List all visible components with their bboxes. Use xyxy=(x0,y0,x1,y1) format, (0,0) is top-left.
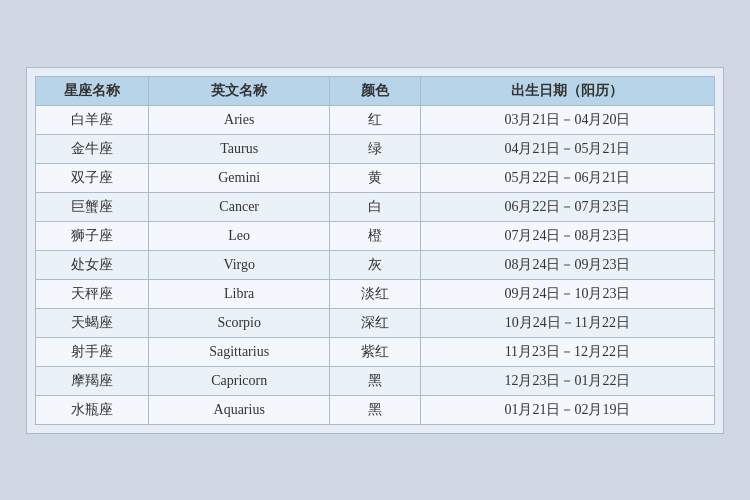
cell-color: 白 xyxy=(330,192,421,221)
cell-color: 红 xyxy=(330,105,421,134)
table-row: 天蝎座Scorpio深红10月24日－11月22日 xyxy=(36,308,715,337)
cell-color: 淡红 xyxy=(330,279,421,308)
zodiac-table-container: 星座名称 英文名称 颜色 出生日期（阳历） 白羊座Aries红03月21日－04… xyxy=(26,67,724,434)
table-row: 双子座Gemini黄05月22日－06月21日 xyxy=(36,163,715,192)
header-english: 英文名称 xyxy=(149,76,330,105)
cell-english: Gemini xyxy=(149,163,330,192)
cell-chinese: 水瓶座 xyxy=(36,395,149,424)
cell-english: Scorpio xyxy=(149,308,330,337)
cell-english: Cancer xyxy=(149,192,330,221)
cell-english: Libra xyxy=(149,279,330,308)
header-date: 出生日期（阳历） xyxy=(420,76,714,105)
table-row: 处女座Virgo灰08月24日－09月23日 xyxy=(36,250,715,279)
table-row: 摩羯座Capricorn黑12月23日－01月22日 xyxy=(36,366,715,395)
table-row: 狮子座Leo橙07月24日－08月23日 xyxy=(36,221,715,250)
cell-date: 11月23日－12月22日 xyxy=(420,337,714,366)
cell-color: 绿 xyxy=(330,134,421,163)
cell-chinese: 处女座 xyxy=(36,250,149,279)
cell-date: 04月21日－05月21日 xyxy=(420,134,714,163)
cell-color: 黄 xyxy=(330,163,421,192)
cell-color: 橙 xyxy=(330,221,421,250)
cell-chinese: 摩羯座 xyxy=(36,366,149,395)
cell-date: 07月24日－08月23日 xyxy=(420,221,714,250)
cell-date: 12月23日－01月22日 xyxy=(420,366,714,395)
cell-date: 08月24日－09月23日 xyxy=(420,250,714,279)
cell-color: 紫红 xyxy=(330,337,421,366)
cell-english: Aquarius xyxy=(149,395,330,424)
table-row: 射手座Sagittarius紫红11月23日－12月22日 xyxy=(36,337,715,366)
cell-color: 深红 xyxy=(330,308,421,337)
table-row: 巨蟹座Cancer白06月22日－07月23日 xyxy=(36,192,715,221)
cell-english: Leo xyxy=(149,221,330,250)
cell-english: Sagittarius xyxy=(149,337,330,366)
table-row: 白羊座Aries红03月21日－04月20日 xyxy=(36,105,715,134)
cell-chinese: 双子座 xyxy=(36,163,149,192)
cell-chinese: 白羊座 xyxy=(36,105,149,134)
cell-chinese: 狮子座 xyxy=(36,221,149,250)
zodiac-table: 星座名称 英文名称 颜色 出生日期（阳历） 白羊座Aries红03月21日－04… xyxy=(35,76,715,425)
cell-color: 灰 xyxy=(330,250,421,279)
table-header-row: 星座名称 英文名称 颜色 出生日期（阳历） xyxy=(36,76,715,105)
cell-chinese: 天秤座 xyxy=(36,279,149,308)
cell-chinese: 天蝎座 xyxy=(36,308,149,337)
cell-date: 09月24日－10月23日 xyxy=(420,279,714,308)
cell-date: 01月21日－02月19日 xyxy=(420,395,714,424)
cell-chinese: 金牛座 xyxy=(36,134,149,163)
cell-date: 06月22日－07月23日 xyxy=(420,192,714,221)
cell-english: Capricorn xyxy=(149,366,330,395)
table-row: 水瓶座Aquarius黑01月21日－02月19日 xyxy=(36,395,715,424)
header-chinese: 星座名称 xyxy=(36,76,149,105)
cell-color: 黑 xyxy=(330,366,421,395)
cell-date: 10月24日－11月22日 xyxy=(420,308,714,337)
table-row: 金牛座Taurus绿04月21日－05月21日 xyxy=(36,134,715,163)
cell-date: 03月21日－04月20日 xyxy=(420,105,714,134)
cell-color: 黑 xyxy=(330,395,421,424)
cell-english: Aries xyxy=(149,105,330,134)
cell-chinese: 射手座 xyxy=(36,337,149,366)
cell-chinese: 巨蟹座 xyxy=(36,192,149,221)
cell-english: Virgo xyxy=(149,250,330,279)
cell-english: Taurus xyxy=(149,134,330,163)
table-row: 天秤座Libra淡红09月24日－10月23日 xyxy=(36,279,715,308)
header-color: 颜色 xyxy=(330,76,421,105)
cell-date: 05月22日－06月21日 xyxy=(420,163,714,192)
